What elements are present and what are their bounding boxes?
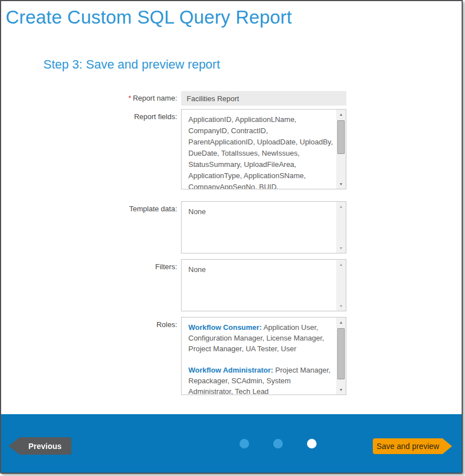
template-data-row: Template data: None ▲ ▼ [1, 201, 462, 253]
report-name-input[interactable] [181, 91, 346, 106]
report-name-label-text: Report name: [133, 94, 177, 102]
role-group: Workflow Consumer: Application User, Con… [188, 322, 334, 354]
roles-box[interactable]: Workflow Consumer: Application User, Con… [181, 317, 346, 395]
filters-text: None [182, 260, 336, 311]
filters-box[interactable]: None ▲ ▼ [181, 259, 346, 311]
create-report-wizard: Create Custom SQL Query Report Step 3: S… [0, 0, 463, 474]
scrollbar-thumb[interactable] [337, 120, 345, 154]
scroll-up-icon[interactable]: ▲ [336, 202, 346, 211]
wizard-footer: Previous Save and preview [1, 414, 462, 473]
pager-dot-2[interactable] [273, 439, 283, 448]
pager-dot-1[interactable] [240, 439, 249, 448]
report-fields-row: Report fields: ApplicationID, Applicatio… [1, 109, 462, 189]
role-group-name: Workflow Administrator: [188, 366, 273, 374]
roles-row: Roles: Workflow Consumer: Application Us… [1, 317, 462, 395]
report-fields-label: Report fields: [1, 109, 177, 189]
scroll-down-icon[interactable]: ▼ [336, 301, 346, 311]
scroll-down-icon[interactable]: ▼ [336, 179, 346, 189]
pager-dot-3[interactable] [307, 439, 317, 448]
report-name-label: *Report name: [1, 91, 177, 106]
step-heading: Step 3: Save and preview report [43, 57, 462, 72]
scroll-up-icon[interactable]: ▲ [336, 318, 346, 327]
step-pager [240, 439, 317, 448]
roles-scrollbar[interactable]: ▲ ▼ [336, 318, 346, 395]
filters-row: Filters: None ▲ ▼ [1, 259, 462, 311]
role-group: Workflow Administrator: Project Manager,… [188, 365, 334, 395]
scroll-down-icon[interactable]: ▼ [336, 385, 346, 395]
template-data-scrollbar[interactable]: ▲ ▼ [336, 202, 346, 253]
report-fields-box[interactable]: ApplicationID, ApplicationLName, Company… [181, 109, 346, 189]
scroll-up-icon[interactable]: ▲ [336, 260, 346, 269]
roles-text: Workflow Consumer: Application User, Con… [182, 318, 336, 395]
page-title: Create Custom SQL Query Report [6, 7, 462, 28]
report-fields-scrollbar[interactable]: ▲ ▼ [336, 110, 346, 189]
scrollbar-thumb[interactable] [337, 328, 345, 379]
required-asterisk: * [128, 94, 131, 102]
template-data-label: Template data: [1, 201, 177, 253]
save-and-preview-button[interactable]: Save and preview [373, 438, 452, 454]
role-group-name: Workflow Consumer: [188, 323, 262, 332]
filters-label: Filters: [1, 259, 177, 311]
scroll-down-icon[interactable]: ▼ [336, 243, 346, 253]
report-name-row: *Report name: [1, 91, 462, 106]
report-form: *Report name: Report fields: Application… [1, 91, 462, 395]
previous-button[interactable]: Previous [8, 437, 71, 455]
template-data-text: None [182, 202, 336, 253]
report-fields-text: ApplicationID, ApplicationLName, Company… [182, 110, 336, 189]
roles-label: Roles: [1, 317, 177, 395]
filters-scrollbar[interactable]: ▲ ▼ [336, 260, 346, 311]
scroll-up-icon[interactable]: ▲ [336, 110, 346, 119]
template-data-box[interactable]: None ▲ ▼ [181, 201, 346, 253]
